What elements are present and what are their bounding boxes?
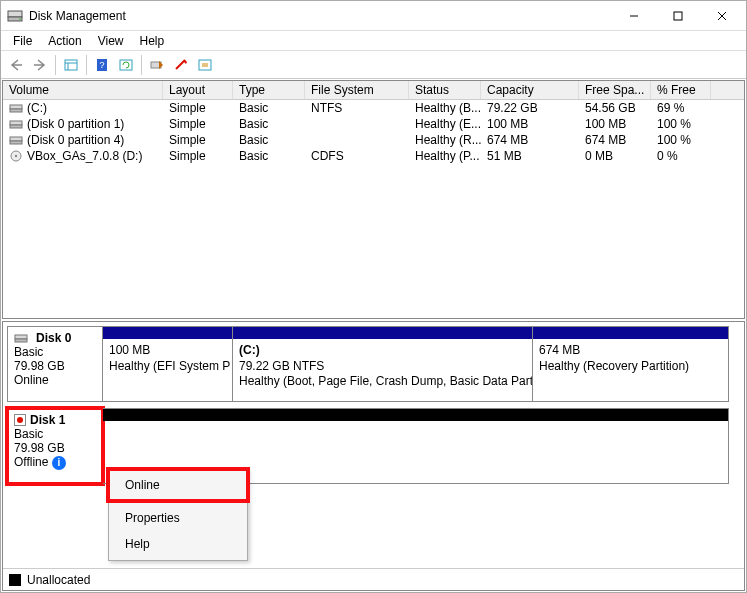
col-capacity[interactable]: Capacity (481, 81, 579, 99)
disk-label[interactable]: Disk 0Basic79.98 GBOnline (7, 326, 103, 402)
legend: Unallocated (3, 568, 744, 590)
help-button[interactable]: ? (91, 54, 113, 76)
partition-color-bar (103, 327, 232, 339)
volume-capacity: 100 MB (481, 116, 579, 132)
disk-type: Basic (14, 345, 96, 359)
volume-free: 0 MB (579, 148, 651, 164)
disk-partition[interactable]: (C:)79.22 GB NTFSHealthy (Boot, Page Fil… (233, 326, 533, 402)
partition-size: 79.22 GB NTFS (239, 359, 526, 375)
col-volume[interactable]: Volume (3, 81, 163, 99)
disk-state: Offline i (14, 455, 96, 470)
col-type[interactable]: Type (233, 81, 305, 99)
volume-fs (305, 116, 409, 132)
volume-layout: Simple (163, 100, 233, 116)
disk-partition[interactable]: 674 MBHealthy (Recovery Partition) (533, 326, 729, 402)
volume-row[interactable]: VBox_GAs_7.0.8 (D:)SimpleBasicCDFSHealth… (3, 148, 744, 164)
partition-status: Healthy (Boot, Page File, Crash Dump, Ba… (239, 374, 526, 390)
menu-file[interactable]: File (5, 32, 40, 50)
svg-rect-17 (10, 105, 22, 109)
disk-label[interactable]: Disk 1Basic79.98 GBOffline i (7, 408, 103, 484)
partition-size: 674 MB (539, 343, 722, 359)
properties-button[interactable] (170, 54, 192, 76)
disk-state: Online (14, 373, 96, 387)
svg-rect-20 (10, 125, 22, 128)
window-title: Disk Management (29, 9, 612, 23)
volume-status: Healthy (B... (409, 100, 481, 116)
volume-pctfree: 100 % (651, 116, 711, 132)
col-filesystem[interactable]: File System (305, 81, 409, 99)
rescan-button[interactable] (146, 54, 168, 76)
titlebar: Disk Management (1, 1, 746, 31)
back-button[interactable] (5, 54, 27, 76)
ctx-help[interactable]: Help (111, 531, 245, 557)
volume-type: Basic (233, 116, 305, 132)
volume-name: (Disk 0 partition 4) (27, 133, 124, 147)
volume-row[interactable]: (C:)SimpleBasicNTFSHealthy (B...79.22 GB… (3, 100, 744, 116)
volume-row[interactable]: (Disk 0 partition 4)SimpleBasicHealthy (… (3, 132, 744, 148)
close-button[interactable] (700, 2, 744, 30)
col-pctfree[interactable]: % Free (651, 81, 711, 99)
drive-icon (9, 150, 23, 162)
menu-action[interactable]: Action (40, 32, 89, 50)
refresh-button[interactable] (115, 54, 137, 76)
drive-icon (9, 134, 23, 146)
volume-status: Healthy (R... (409, 132, 481, 148)
volume-pctfree: 100 % (651, 132, 711, 148)
drive-icon (9, 118, 23, 130)
volume-fs: CDFS (305, 148, 409, 164)
legend-swatch-unallocated (9, 574, 21, 586)
ctx-online[interactable]: Online (111, 472, 245, 498)
col-freespace[interactable]: Free Spa... (579, 81, 651, 99)
menu-view[interactable]: View (90, 32, 132, 50)
disk-size: 79.98 GB (14, 359, 96, 373)
volume-row[interactable]: (Disk 0 partition 1)SimpleBasicHealthy (… (3, 116, 744, 132)
disk-partition[interactable]: 100 MBHealthy (EFI System P (103, 326, 233, 402)
options-button[interactable] (194, 54, 216, 76)
partition-status: Healthy (EFI System P (109, 359, 226, 375)
svg-rect-18 (10, 109, 22, 112)
volume-capacity: 79.22 GB (481, 100, 579, 116)
partition-color-bar (103, 409, 728, 421)
info-icon[interactable]: i (52, 456, 66, 470)
volume-layout: Simple (163, 148, 233, 164)
volume-list: Volume Layout Type File System Status Ca… (2, 80, 745, 319)
partition-status: Healthy (Recovery Partition) (539, 359, 722, 375)
maximize-button[interactable] (656, 2, 700, 30)
forward-button[interactable] (29, 54, 51, 76)
disk-type: Basic (14, 427, 96, 441)
volume-status: Healthy (E... (409, 116, 481, 132)
volume-header: Volume Layout Type File System Status Ca… (3, 81, 744, 100)
partition-color-bar (533, 327, 728, 339)
volume-type: Basic (233, 148, 305, 164)
svg-rect-22 (10, 141, 22, 144)
legend-label-unallocated: Unallocated (27, 573, 90, 587)
menubar: File Action View Help (1, 31, 746, 51)
volume-capacity: 674 MB (481, 132, 579, 148)
volume-free: 54.56 GB (579, 100, 651, 116)
disk-row: Disk 0Basic79.98 GBOnline100 MBHealthy (… (7, 326, 740, 402)
volume-fs (305, 132, 409, 148)
view-list-button[interactable] (60, 54, 82, 76)
svg-text:?: ? (99, 60, 104, 70)
volume-status: Healthy (P... (409, 148, 481, 164)
svg-rect-7 (65, 60, 77, 70)
svg-rect-4 (674, 12, 682, 20)
volume-free: 674 MB (579, 132, 651, 148)
col-status[interactable]: Status (409, 81, 481, 99)
svg-rect-0 (8, 11, 22, 17)
svg-rect-26 (15, 339, 27, 342)
volume-type: Basic (233, 132, 305, 148)
volume-pctfree: 0 % (651, 148, 711, 164)
ctx-properties[interactable]: Properties (111, 505, 245, 531)
partition-color-bar (233, 327, 532, 339)
svg-rect-25 (15, 335, 27, 339)
svg-rect-21 (10, 137, 22, 141)
volume-pctfree: 69 % (651, 100, 711, 116)
minimize-button[interactable] (612, 2, 656, 30)
svg-rect-19 (10, 121, 22, 125)
col-layout[interactable]: Layout (163, 81, 233, 99)
partition-size: 100 MB (109, 343, 226, 359)
menu-help[interactable]: Help (132, 32, 173, 50)
offline-icon (14, 414, 26, 426)
toolbar: ? (1, 51, 746, 79)
